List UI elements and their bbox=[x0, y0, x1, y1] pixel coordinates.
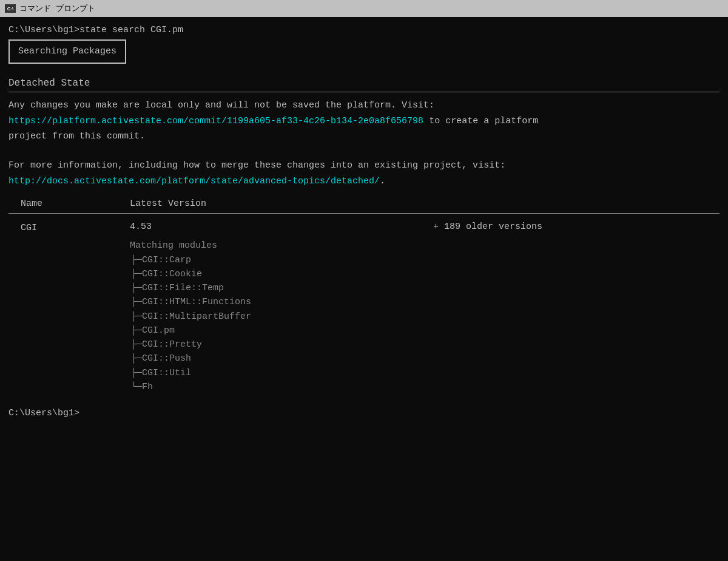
module-item: ├─CGI::HTML::Functions bbox=[130, 295, 720, 309]
package-name: CGI bbox=[8, 220, 130, 394]
module-item: ├─CGI::Cookie bbox=[130, 267, 720, 281]
section-title: Detached State bbox=[8, 76, 720, 91]
prompt-line: C:\Users\bg1> bbox=[8, 406, 720, 420]
module-item: ├─CGI::Pretty bbox=[130, 338, 720, 352]
notice-line-1: Any changes you make are local only and … bbox=[8, 98, 720, 112]
module-item: ├─CGI::MultipartBuffer bbox=[130, 310, 720, 324]
commit-link[interactable]: https://platform.activestate.com/commit/… bbox=[8, 116, 423, 126]
matching-modules-label: Matching modules bbox=[130, 239, 720, 253]
table-header: Name Latest Version bbox=[8, 197, 720, 211]
module-item: ├─CGI::Push bbox=[130, 352, 720, 365]
package-version: 4.53 bbox=[130, 220, 433, 234]
notice-line-2: For more information, including how to m… bbox=[8, 158, 720, 172]
older-versions: + 189 older versions bbox=[433, 220, 542, 234]
matching-modules-section: Matching modules ├─CGI::Carp├─CGI::Cooki… bbox=[130, 239, 720, 394]
col-name-header: Name bbox=[8, 197, 130, 211]
module-item: ├─CGI::Util bbox=[130, 366, 720, 380]
notice-line-continuation: project from this commit. bbox=[8, 129, 720, 143]
col-version-header: Latest Version bbox=[130, 197, 312, 211]
module-item: ├─CGI.pm bbox=[130, 324, 720, 338]
version-line: 4.53 + 189 older versions bbox=[130, 220, 720, 234]
notice-link-line-1: https://platform.activestate.com/commit/… bbox=[8, 114, 720, 128]
searching-packages-box: Searching Packages bbox=[8, 39, 126, 63]
package-details: 4.53 + 189 older versions Matching modul… bbox=[130, 220, 720, 394]
title-bar: C:\ コマンド プロンプト bbox=[0, 0, 728, 17]
terminal-icon: C:\ bbox=[5, 4, 16, 13]
title-bar-text: コマンド プロンプト bbox=[19, 3, 95, 14]
module-item: └─Fh bbox=[130, 380, 720, 394]
modules-list: ├─CGI::Carp├─CGI::Cookie├─CGI::File::Tem… bbox=[130, 253, 720, 395]
module-item: ├─CGI::File::Temp bbox=[130, 281, 720, 295]
docs-link[interactable]: http://docs.activestate.com/platform/sta… bbox=[8, 176, 380, 186]
package-row: CGI 4.53 + 189 older versions Matching m… bbox=[8, 220, 720, 394]
section-divider bbox=[8, 92, 720, 92]
terminal-window: C:\Users\bg1>state search CGI.pm Searchi… bbox=[0, 17, 728, 561]
command-line: C:\Users\bg1>state search CGI.pm bbox=[8, 23, 720, 37]
table-divider bbox=[8, 213, 720, 214]
notice-link-line-2: http://docs.activestate.com/platform/sta… bbox=[8, 174, 720, 188]
module-item: ├─CGI::Carp bbox=[130, 253, 720, 267]
